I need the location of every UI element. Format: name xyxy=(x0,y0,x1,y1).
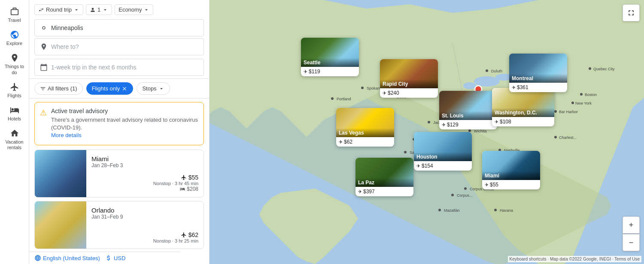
svg-point-43 xyxy=(580,93,583,96)
origin-input-row[interactable] xyxy=(34,19,204,36)
flights-only-button[interactable]: Flights only xyxy=(86,82,134,95)
terms-text[interactable]: Terms of Use xyxy=(614,257,640,261)
trip-options: Round trip 1 Economy xyxy=(34,4,204,15)
svg-point-47 xyxy=(589,67,591,70)
orlando-price-text: $62 xyxy=(188,231,198,238)
las-vegas-card-label: Las Vegas xyxy=(336,128,394,137)
advisory-body-text: There's a government travel advisory rel… xyxy=(51,117,198,131)
stops-button[interactable]: Stops xyxy=(137,82,170,95)
map-card-miami[interactable]: Miami ✈ $55 xyxy=(482,151,540,189)
cabin-button[interactable]: Economy xyxy=(115,4,153,15)
main-panel: Round trip 1 Economy xyxy=(29,0,210,264)
bed-icon-miami xyxy=(180,186,185,192)
zoom-in-button[interactable]: + xyxy=(623,216,640,234)
zoom-out-button[interactable]: − xyxy=(623,234,640,251)
rapid-city-card-label: Rapid City xyxy=(380,79,438,88)
sidebar-item-vacation-label: Vacation rentals xyxy=(2,139,27,150)
seattle-card-label: Seattle xyxy=(301,58,359,67)
sidebar-item-hotels-label: Hotels xyxy=(8,116,21,122)
miami-price-text: $55 xyxy=(188,174,198,181)
sidebar-item-hotels[interactable]: Hotels xyxy=(0,102,29,125)
passengers-button[interactable]: 1 xyxy=(86,4,112,15)
miami-flight-price: $55 xyxy=(181,174,198,181)
svg-text:Bar Harbor: Bar Harbor xyxy=(559,110,578,114)
fullscreen-icon xyxy=(627,9,635,17)
map-card-las-vegas[interactable]: Las Vegas ✈ $62 xyxy=(336,108,394,147)
rapid-city-thumbnail: Rapid City xyxy=(380,59,438,88)
miami-flight-detail: Nonstop · 3 hr 45 min xyxy=(153,181,198,186)
sidebar-item-vacation[interactable]: Vacation rentals xyxy=(0,125,29,154)
la-paz-thumbnail: La Paz xyxy=(355,158,413,187)
las-vegas-price: ✈ $62 xyxy=(336,137,394,147)
map-attribution: Keyboard shortcuts · Map data ©2022 Goog… xyxy=(508,256,642,262)
svg-text:Quebec City: Quebec City xyxy=(593,67,615,71)
round-trip-button[interactable]: Round trip xyxy=(34,4,83,15)
map-card-montreal[interactable]: Montreal ✈ $361 xyxy=(509,54,567,92)
svg-text:New York: New York xyxy=(575,101,592,105)
miami-map-card-label: Miami xyxy=(482,171,540,180)
svg-point-0 xyxy=(43,27,45,29)
seattle-thumbnail: Seattle xyxy=(301,38,359,67)
st-louis-price-text: $129 xyxy=(447,122,459,128)
destination-card-miami[interactable]: Miami Jan 28–Feb 3 $55 Nonstop · 3 hr 45… xyxy=(34,150,204,198)
suitcase-icon xyxy=(10,7,19,16)
circle-icon xyxy=(40,24,48,32)
miami-hotel-price-text: $208 xyxy=(187,186,198,192)
orlando-info: Orlando Jan 31–Feb 9 $62 Nonstop · 3 hr … xyxy=(86,201,204,249)
svg-point-19 xyxy=(404,151,407,153)
sidebar-item-things-label: Things to do xyxy=(2,64,27,75)
chevron-down-icon xyxy=(73,7,79,13)
all-filters-button[interactable]: All filters (1) xyxy=(34,82,83,95)
date-row[interactable]: 1-week trip in the next 6 months xyxy=(34,59,204,76)
destination-input[interactable] xyxy=(51,43,198,50)
destination-input-row[interactable] xyxy=(34,38,204,55)
miami-map-price-text: $55 xyxy=(490,182,498,188)
origin-input[interactable] xyxy=(51,24,198,31)
map-card-la-paz[interactable]: La Paz ✈ $397 xyxy=(355,158,413,196)
currency-label: USD xyxy=(114,255,125,261)
houston-price: ✈ $154 xyxy=(414,161,472,171)
sidebar-item-things[interactable]: Things to do xyxy=(0,50,29,78)
sidebar-item-travel[interactable]: Travel xyxy=(0,3,29,27)
la-paz-price-text: $397 xyxy=(363,189,375,195)
montreal-card-label: Montreal xyxy=(509,74,567,83)
miami-info: Miami Jan 28–Feb 3 $55 Nonstop · 3 hr 45… xyxy=(86,150,204,197)
flights-sidebar-icon xyxy=(10,82,19,92)
miami-dates: Jan 28–Feb 3 xyxy=(91,162,198,168)
map-card-washington[interactable]: Washington, D.C. ✈ $108 xyxy=(492,88,554,126)
seattle-price-text: $119 xyxy=(309,69,320,75)
orlando-prices: $62 Nonstop · 3 hr 25 min xyxy=(91,231,198,243)
washington-price-text: $108 xyxy=(500,119,511,125)
destination-card-orlando[interactable]: Orlando Jan 31–Feb 9 $62 Nonstop · 3 hr … xyxy=(34,201,204,249)
montreal-price: ✈ $361 xyxy=(509,83,567,92)
language-button[interactable]: English (United States) xyxy=(34,255,100,261)
keyboard-shortcuts[interactable]: Keyboard shortcuts xyxy=(510,257,547,261)
fullscreen-button[interactable] xyxy=(623,4,640,21)
svg-text:Boston: Boston xyxy=(585,93,597,97)
miami-name: Miami xyxy=(91,155,198,162)
map-card-houston[interactable]: Houston ✈ $154 xyxy=(414,132,472,171)
all-filters-label: All filters (1) xyxy=(48,85,77,92)
map-card-rapid-city[interactable]: Rapid City ✈ $240 xyxy=(380,59,438,98)
svg-point-29 xyxy=(464,187,467,190)
advisory-link[interactable]: More details xyxy=(51,132,82,138)
sidebar-item-flights-label: Flights xyxy=(7,93,21,99)
miami-hotel-price: $208 xyxy=(180,186,198,192)
map-card-st-louis[interactable]: St. Louis ✈ $129 xyxy=(439,91,497,129)
las-vegas-price-text: $62 xyxy=(344,139,352,145)
chevron-down-icon2 xyxy=(102,7,108,13)
map-card-seattle[interactable]: Seattle ✈ $119 xyxy=(301,38,359,76)
svg-point-41 xyxy=(554,110,557,113)
houston-card-label: Houston xyxy=(414,152,472,161)
currency-button[interactable]: USD xyxy=(105,255,125,261)
search-area: Round trip 1 Economy xyxy=(29,0,209,79)
hotels-icon xyxy=(10,105,19,115)
sidebar-item-flights[interactable]: Flights xyxy=(0,79,29,102)
close-icon[interactable] xyxy=(122,86,128,92)
st-louis-thumbnail: St. Louis xyxy=(439,91,497,120)
round-trip-label: Round trip xyxy=(46,6,72,13)
sidebar-item-explore[interactable]: Explore xyxy=(0,27,29,50)
miami-thumbnail xyxy=(35,150,86,197)
orlando-name: Orlando xyxy=(91,207,198,214)
svg-point-45 xyxy=(571,102,574,104)
